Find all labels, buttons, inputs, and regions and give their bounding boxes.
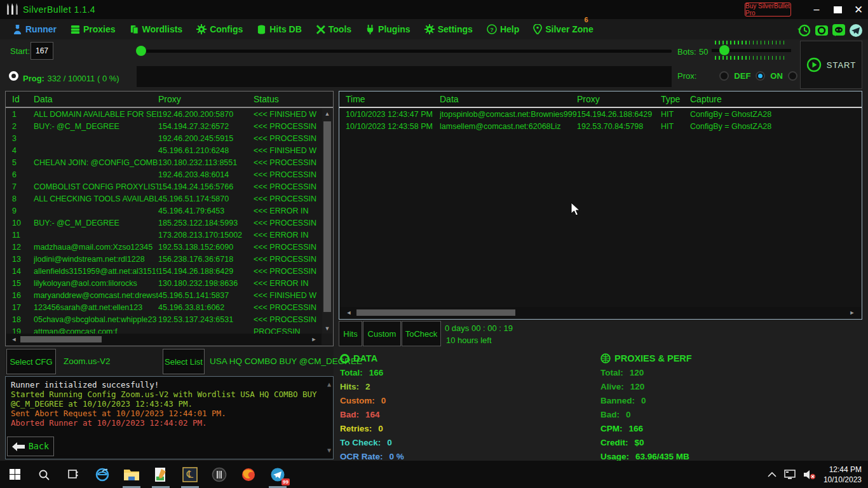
svg-text:?: ?	[490, 27, 494, 33]
table-row[interactable]: 1 ALL DOMAIN AVAILABLE FOR SELL 192.46.2…	[6, 108, 323, 120]
log-line: Aborted Runner at 10/10/2023 12:44:02 PM…	[11, 418, 323, 428]
prox-radio-on[interactable]	[756, 71, 765, 81]
table-row[interactable]: 12 madzhaua@mail.com:Xzso12345 192.53.13…	[6, 241, 323, 253]
taskbar-internet-explorer[interactable]	[88, 461, 117, 488]
menu-proxies[interactable]: Proxies	[71, 24, 116, 34]
log-line: Started Running Config Zoom.us-V2 with W…	[11, 390, 323, 409]
table-row[interactable]: 10/10/2023 12:43:58 PM lamsellem@comcast…	[339, 120, 862, 132]
table-row[interactable]: 7 COMBOLIST CONFIG PROXYLIST TO 154.194.…	[6, 180, 323, 193]
prox-radio-def[interactable]	[719, 71, 729, 81]
silverbullet-circle-icon	[212, 467, 227, 482]
select-list-button[interactable]: Select List	[163, 349, 205, 374]
selected-wordlist-value: USA HQ COMBO BUY @CM_DEGREE	[210, 356, 362, 366]
bots-slider[interactable]	[712, 49, 791, 52]
table-row[interactable]: 10/10/2023 12:43:47 PM jtopspinlob@comca…	[339, 108, 862, 120]
menu-help[interactable]: ? Help	[487, 24, 519, 34]
taskbar-config-editor[interactable]: ℄	[175, 461, 205, 488]
maximize-button[interactable]	[828, 0, 847, 19]
table-row[interactable]: 18 05chava@sbcglobal.net:whipple23 192.5…	[6, 313, 323, 325]
taskbar-firefox[interactable]	[234, 461, 263, 488]
start-slider[interactable]	[137, 50, 672, 53]
tab-hits[interactable]: Hits	[339, 321, 362, 346]
elapsed-timer: 0 days 00 : 00 : 19	[445, 323, 513, 333]
table-row[interactable]: 13 jlodini@windstream.net:rdl1228 156.23…	[6, 253, 323, 265]
buy-pro-button[interactable]: Buy SilverBullet Pro	[745, 3, 791, 17]
table-row[interactable]: 16 maryanddrew@comcast.net:drewstе 45.19…	[6, 289, 323, 301]
taskbar-search-button[interactable]	[29, 461, 58, 488]
network-display-icon[interactable]	[784, 470, 796, 480]
tray-chevron-up-icon[interactable]	[768, 471, 776, 477]
wordlist-pages-icon	[130, 25, 139, 34]
start-slider-knob[interactable]	[136, 46, 146, 56]
table-row[interactable]: 6 192.46.203.48:6014 <<< PROCESSIN	[6, 168, 323, 180]
settings-gear-icon	[424, 24, 435, 34]
globe-icon	[600, 353, 611, 363]
table-row[interactable]: 10 BUY:- @C_M_DEGREE 185.253.122.184:599…	[6, 217, 323, 229]
menu-configs[interactable]: Configs	[196, 24, 243, 34]
close-button[interactable]: ✕	[849, 0, 868, 19]
hits-horizontal-scrollbar[interactable]: ◄ ►	[340, 307, 861, 318]
start-run-button[interactable]: START	[800, 41, 862, 89]
location-pin-icon	[533, 24, 542, 34]
bots-slider-knob[interactable]	[719, 45, 729, 55]
taskbar-file-explorer[interactable]	[117, 461, 146, 488]
telegram-icon[interactable]	[849, 24, 863, 37]
data-stats-panel: DATA Total:166 Hits:2 Custom:0 Bad:164	[340, 353, 404, 461]
scroll-right-icon[interactable]: ►	[847, 309, 857, 316]
discord-icon[interactable]	[832, 24, 846, 37]
menu-plugins[interactable]: Plugins	[365, 24, 410, 34]
menu-tools[interactable]: Tools	[316, 24, 351, 34]
history-icon[interactable]	[797, 24, 811, 37]
table-row[interactable]: 11 173.208.213.170:15002 <<< ERROR IN	[6, 229, 323, 241]
table-row[interactable]: 4 45.196.61.210:6248 <<< FINISHED W	[6, 144, 323, 156]
tab-custom[interactable]: Custom	[363, 321, 401, 346]
silverbullet-window: SilverBullet 1.1.4 Buy SilverBullet Pro …	[0, 0, 868, 488]
log-scroll-up-icon[interactable]: ▲	[327, 379, 331, 389]
scrollbar-thumb[interactable]	[20, 336, 102, 342]
start-menu-button[interactable]	[0, 461, 29, 488]
table-row[interactable]: 15 lilykoloyan@aol.com:lilorocks 130.180…	[6, 277, 323, 289]
scroll-left-icon[interactable]: ◄	[344, 309, 354, 316]
menu-silver-zone[interactable]: 6 Silver Zone	[533, 24, 593, 34]
menu-settings[interactable]: Settings	[424, 24, 473, 34]
table-row[interactable]: 8 ALL CHECKING TOOLS AVAILABLE F 45.196.…	[6, 193, 323, 205]
window-title: SilverBullet 1.1.4	[23, 4, 95, 15]
scrollbar-thumb[interactable]	[356, 309, 515, 316]
taskbar-silverbullet[interactable]	[205, 461, 234, 488]
start-input[interactable]: 167	[31, 42, 53, 60]
volume-muted-icon[interactable]	[803, 470, 816, 480]
taskbar-wordpad[interactable]	[146, 461, 175, 488]
menubar-right-icons	[797, 20, 863, 41]
menu-runner[interactable]: Runner	[13, 24, 57, 34]
minimize-button[interactable]: –	[807, 0, 826, 19]
folder-icon	[123, 468, 140, 482]
scroll-left-icon[interactable]: ◄	[9, 336, 19, 342]
tray-clock[interactable]: 12:44 PM 10/10/2023	[824, 464, 862, 485]
menu-wordlists[interactable]: Wordlists	[130, 24, 183, 34]
camera-icon[interactable]	[815, 24, 829, 37]
table-row[interactable]: 17 123456sarah@att.net:ellen123 45.196.3…	[6, 301, 323, 313]
table-row[interactable]: 3 192.46.200.245:5915 <<< PROCESSIN	[6, 132, 323, 144]
table-row[interactable]: 2 BUY:- @C_M_DEGREE 154.194.27.32:6572 <…	[6, 120, 323, 132]
scroll-down-icon[interactable]: ▼	[322, 325, 332, 332]
taskbar-telegram[interactable]: 99	[263, 461, 292, 488]
results-vertical-scrollbar[interactable]: ▲ ▼	[322, 109, 332, 334]
scrollbar-thumb[interactable]	[323, 121, 331, 312]
prox-radio-off[interactable]	[788, 71, 797, 81]
firefox-icon	[241, 467, 256, 482]
select-cfg-button[interactable]: Select CFG	[6, 349, 56, 374]
task-view-button[interactable]	[58, 461, 88, 488]
scroll-up-icon[interactable]: ▲	[322, 111, 332, 117]
scroll-right-icon[interactable]: ►	[309, 336, 319, 342]
table-row[interactable]: 14 allenfields3151959@att.net:al31519 15…	[6, 265, 323, 277]
results-horizontal-scrollbar[interactable]: ◄ ►	[6, 334, 322, 345]
gold-e-logo-icon: ℄	[182, 467, 198, 482]
menu-hitsdb[interactable]: Hits DB	[257, 24, 302, 34]
back-button[interactable]: Back	[7, 437, 54, 456]
log-scroll-down-icon[interactable]: ▼	[327, 445, 331, 455]
titlebar: SilverBullet 1.1.4 Buy SilverBullet Pro …	[0, 0, 868, 19]
table-row[interactable]: 5 CHELAN JOIN: @CONFIG_COMBOL 130.180.23…	[6, 156, 323, 168]
tab-tocheck[interactable]: ToCheck	[402, 321, 441, 346]
table-row[interactable]: 9 45.196.41.79:6453 <<< ERROR IN	[6, 205, 323, 217]
stat-line: To Check:0	[340, 438, 404, 447]
